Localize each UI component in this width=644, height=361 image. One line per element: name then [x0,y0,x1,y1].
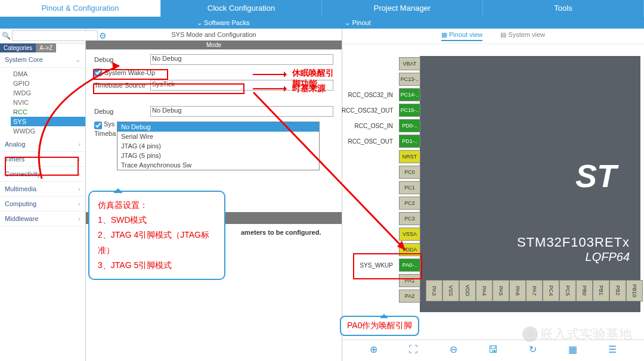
pin-PA6[interactable]: PA6 [509,280,526,301]
pin-PB10[interactable]: PB10 [626,280,643,301]
pin-PA2[interactable]: PA2 [399,288,420,304]
label-debug: Debug [94,56,148,63]
pin-PC13-..[interactable]: PC13-.. [399,71,420,87]
item-gpio[interactable]: GPIO [11,79,85,88]
chevron-down-icon: ⌄ [75,56,80,64]
pin-label: PA2 [399,290,420,303]
chevron-right-icon: › [78,185,80,192]
pin-label: PC3 [399,212,420,225]
group-computing[interactable]: Computing› [0,197,85,211]
pin-label: PD1-.. [399,135,420,148]
dropdown-option[interactable]: JTAG (4 pins) [117,141,319,151]
tab-project[interactable]: Project Manager [322,0,483,17]
annotation-arrow [253,88,285,89]
item-nvic[interactable]: NVIC [11,98,85,107]
right-panel: ▦ Pinout view ▤ System view ST STM32F103… [342,29,644,361]
center-panel: SYS Mode and Configuration Mode Debug No… [86,29,342,361]
main-tabs: Pinout & Configuration Clock Configurati… [0,0,644,17]
group-middleware[interactable]: Middleware› [0,211,85,226]
chevron-right-icon: › [78,141,80,148]
pin-NRST[interactable]: NRST [399,149,420,164]
group-system-core[interactable]: System Core⌄ [0,52,85,68]
checkbox-sys2[interactable] [94,122,102,129]
pin-label: VSSA [399,228,420,241]
pin-PA3[interactable]: PA3 [426,280,442,301]
subbar-software-packs[interactable]: Software Packs [197,19,249,27]
label-time2: Timeba [94,130,116,137]
annotation-box [93,69,168,80]
chevron-right-icon: › [78,215,80,222]
item-iwdg[interactable]: IWDG [11,88,85,98]
pinout-view-tab[interactable]: ▦ Pinout view [441,31,482,41]
pin-signal: RCC_OSC_IN [342,123,397,129]
dropdown-option[interactable]: No Debug [117,122,319,132]
search-input[interactable] [12,30,98,41]
pin-PA5[interactable]: PA5 [493,280,509,301]
pin-VDD[interactable]: VDD [459,280,476,301]
group-multimedia[interactable]: Multimedia› [0,182,85,197]
tab-categories[interactable]: Categories [0,43,36,52]
pin-PC4[interactable]: PC4 [543,280,559,301]
pin-label: PC14-.. [399,88,420,101]
list-icon[interactable]: ☰ [608,344,617,355]
item-sys[interactable]: SYS [11,117,85,126]
annotation-box [353,253,422,279]
pin-PC2[interactable]: PC2 [399,195,420,211]
chip-area[interactable]: ST STM32F103RETx LQFP64 VBATPC13-..RCC_O… [342,44,644,330]
pin-PC5[interactable]: PC5 [559,280,576,301]
tab-az[interactable]: A->Z [36,43,56,52]
pin-PD0-..[interactable]: RCC_OSC_INPD0-.. [399,118,420,133]
st-logo: ST [575,157,617,194]
mode-header: Mode [86,41,342,49]
pin-PC3[interactable]: PC3 [399,211,420,226]
pin-PA7[interactable]: PA7 [526,280,543,301]
item-rcc[interactable]: RCC [11,107,85,117]
tab-pinout[interactable]: Pinout & Configuration [0,0,161,17]
annotation-box [93,83,244,94]
left-panel: 🔍 ⚙ Categories A->Z System Core⌄ DMA GPI… [0,29,86,361]
rotate-icon[interactable]: ↻ [529,344,537,355]
pin-PC0[interactable]: PC0 [399,164,420,180]
param-text: ameters to be configured. [241,229,321,236]
pin-PD1-..[interactable]: RCC_OSC_OUTPD1-.. [399,133,420,149]
wechat-icon: ✺ [522,326,538,342]
pin-PB2[interactable]: PB2 [609,280,626,301]
annotation-text: 时基来源 [292,83,326,94]
tab-clock[interactable]: Clock Configuration [161,0,322,17]
zoom-in-icon[interactable]: ⊕ [370,344,377,355]
system-view-tab[interactable]: ▤ System view [500,31,545,41]
dropdown-option[interactable]: Trace Asynchronous Sw [117,160,319,170]
group-analog[interactable]: Analog› [0,137,85,152]
dropdown-option[interactable]: Serial Wire [117,132,319,141]
pin-VSS[interactable]: VSS [442,280,459,301]
zoom-out-icon[interactable]: ⊖ [450,344,457,355]
pin-label: PC0 [399,166,420,179]
pin-PC1[interactable]: PC1 [399,180,420,195]
dropdown-option[interactable]: JTAG (5 pins) [117,151,319,160]
pin-label: VBAT [399,57,420,70]
select-debug[interactable]: No Debug [150,54,333,65]
chevron-right-icon: › [78,200,80,207]
pin-label: PD0-.. [399,119,420,132]
pin-label: NRST [399,150,420,163]
annotation-callout: PA0作为唤醒引脚 [340,316,419,336]
grid-icon[interactable]: ▦ [568,344,577,355]
subbar-pinout[interactable]: Pinout [345,19,370,27]
fit-icon[interactable]: ⛶ [408,344,418,355]
annotation-callout: 仿真器设置： 1、SWD模式 2、JTAG 4引脚模式（JTAG标准） 3、JT… [88,191,225,280]
pin-PA4[interactable]: PA4 [476,280,493,301]
select-debug2[interactable]: No Debug [150,106,333,117]
annotation-arrow [253,74,285,75]
tab-tools[interactable]: Tools [483,0,644,17]
watermark: ✺ 嵌入式实验基地 [522,325,632,343]
pin-PC15-..[interactable]: RCC_OSC32_OUTPC15-.. [399,102,420,118]
pin-VSSA[interactable]: VSSA [399,226,420,242]
pin-VBAT[interactable]: VBAT [399,56,420,71]
save-icon[interactable]: 🖫 [488,344,498,355]
sub-toolbar: Software Packs Pinout [0,17,644,29]
pin-PB1[interactable]: PB1 [593,280,609,301]
pin-PB0[interactable]: PB0 [576,280,593,301]
item-wwdg[interactable]: WWDG [11,126,85,136]
item-dma[interactable]: DMA [11,69,85,79]
pin-PC14-..[interactable]: RCC_OSC32_INPC14-.. [399,87,420,102]
